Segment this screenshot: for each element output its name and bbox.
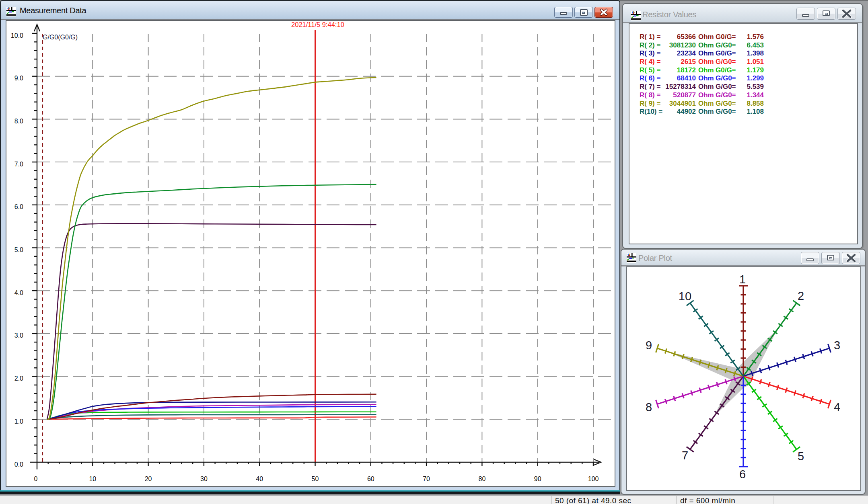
svg-text:10: 10 [89,475,96,482]
svg-text:3: 3 [834,339,840,352]
svg-text:10.0: 10.0 [11,32,23,39]
svg-text:6.0: 6.0 [14,203,23,210]
svg-text:3.0: 3.0 [14,332,23,339]
svg-text:100: 100 [588,475,599,482]
svg-text:9: 9 [646,339,652,352]
svg-text:20: 20 [145,475,152,482]
svg-text:0: 0 [34,475,38,482]
svg-text:80: 80 [479,475,486,482]
svg-text:6: 6 [739,468,746,481]
svg-text:4.0: 4.0 [14,289,23,296]
svg-text:30: 30 [200,475,208,482]
svg-text:4: 4 [834,401,840,414]
svg-text:9.0: 9.0 [14,75,23,82]
svg-text:5: 5 [798,450,804,463]
svg-text:2.0: 2.0 [14,375,23,382]
svg-text:1: 1 [739,273,746,286]
svg-text:40: 40 [256,475,263,482]
svg-text:7.0: 7.0 [14,161,23,168]
svg-text:0.0: 0.0 [14,461,23,468]
svg-text:7: 7 [682,449,688,462]
svg-text:70: 70 [423,475,430,482]
svg-text:50: 50 [312,475,319,482]
svg-text:10: 10 [679,290,691,303]
svg-text:60: 60 [367,475,374,482]
svg-text:1.0: 1.0 [14,418,23,425]
svg-text:90: 90 [534,475,541,482]
svg-text:5.0: 5.0 [14,246,23,253]
svg-text:G/G0(G0/G): G/G0(G0/G) [43,34,78,41]
svg-text:2021/11/5 9:44:10: 2021/11/5 9:44:10 [291,21,344,28]
svg-text:2: 2 [798,289,804,302]
svg-text:8.0: 8.0 [14,118,23,125]
svg-text:8: 8 [646,401,652,414]
